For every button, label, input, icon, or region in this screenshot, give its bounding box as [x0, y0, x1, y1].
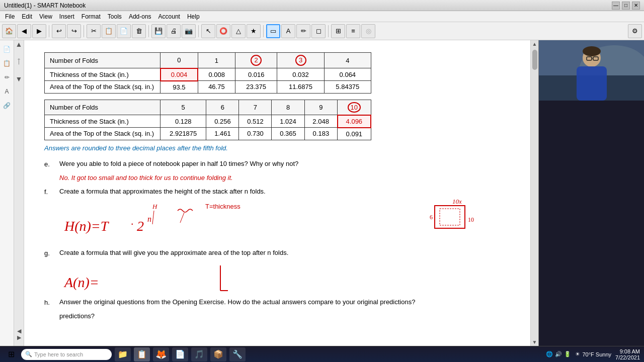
menu-file[interactable]: File	[2, 12, 18, 21]
question-e-text: Were you able to fold a piece of noteboo…	[59, 160, 510, 168]
eraser-tool[interactable]: ◻	[311, 24, 326, 38]
table1-area-0: 93.5	[160, 81, 198, 94]
question-f-label: f.	[44, 188, 59, 196]
table2-area-9: 0.183	[304, 128, 338, 140]
menu-help[interactable]: Help	[184, 12, 203, 21]
menu-tools[interactable]: Tools	[105, 12, 125, 21]
nav-next[interactable]: ▶	[17, 334, 21, 341]
copy-button[interactable]: 📋	[102, 24, 116, 38]
menu-view[interactable]: View	[36, 12, 55, 21]
windows-button[interactable]: ⊞	[4, 347, 18, 361]
panel-icon-3[interactable]: ✏	[2, 72, 12, 82]
table2-area-7: 0.730	[239, 128, 272, 140]
page-up-arrow[interactable]: ▲	[16, 40, 23, 48]
star-tool[interactable]: ★	[247, 24, 261, 38]
date-display: 7/22/2021	[615, 354, 640, 360]
panel-icon-2[interactable]: 📋	[2, 58, 12, 68]
scrollbar[interactable]: ▲ ▼	[530, 40, 538, 346]
table1-col-0: 0	[160, 53, 198, 68]
question-e: e. Were you able to fold a piece of note…	[44, 160, 510, 168]
paste-button[interactable]: 📄	[117, 24, 131, 38]
forward-button[interactable]: ▶	[32, 24, 46, 38]
back-button[interactable]: ◀	[17, 24, 31, 38]
panel-icon-4[interactable]: A	[2, 86, 12, 97]
nav-prev[interactable]: ◀	[17, 328, 21, 334]
taskbar-smart-notebook[interactable]: 📋	[134, 347, 150, 361]
svg-rect-5	[577, 66, 607, 101]
panel-icon-5[interactable]: 🔗	[2, 101, 12, 111]
table1-area-2: 23.375	[235, 81, 277, 94]
undo-button[interactable]: ↩	[52, 24, 66, 38]
shapes-tool[interactable]: △	[231, 24, 246, 38]
system-tray: 🌐 🔊 🔋	[546, 351, 571, 357]
line-tool[interactable]: ▭	[266, 24, 280, 38]
taskbar-music[interactable]: 🎵	[191, 347, 207, 361]
formula-a-text: A(n)=	[63, 275, 99, 290]
h-annotation: H	[152, 203, 157, 210]
window-controls[interactable]: — □ ✕	[612, 2, 640, 10]
delete-button[interactable]: 🗑	[132, 24, 146, 38]
taskbar-teams[interactable]: 📦	[210, 347, 226, 361]
pen-tool[interactable]: ✏	[296, 24, 310, 38]
cut-button[interactable]: ✂	[87, 24, 101, 38]
question-f: f. Create a formula that approximates th…	[44, 188, 510, 196]
network-icon: 🌐	[546, 351, 553, 357]
table2-col-5: 5	[160, 100, 206, 115]
menu-account[interactable]: Account	[155, 12, 183, 21]
scroll-thumb-area[interactable]	[532, 48, 537, 338]
screenshot-button[interactable]: 📷	[182, 24, 196, 38]
table1-header-label: Number of Folds	[45, 53, 160, 68]
spotlight-tool[interactable]: ◎	[361, 24, 375, 38]
scroll-down[interactable]: ▼	[531, 338, 538, 346]
menu-format[interactable]: Format	[78, 12, 104, 21]
panel-icon-1[interactable]: 📄	[2, 44, 12, 54]
weather-icon: ☀	[575, 351, 580, 357]
volume-icon: 🔊	[555, 351, 562, 357]
home-button[interactable]: 🏠	[2, 24, 16, 38]
table2-thickness-10: 4.096	[338, 115, 371, 128]
redo-button[interactable]: ↪	[67, 24, 81, 38]
scroll-up[interactable]: ▲	[531, 40, 538, 48]
box-label-top: 10x	[452, 198, 462, 205]
minimize-button[interactable]: —	[612, 2, 620, 10]
text-tool[interactable]: A	[281, 24, 295, 38]
close-button[interactable]: ✕	[632, 2, 640, 10]
taskbar-search[interactable]: 🔍 Type here to search	[21, 349, 112, 360]
taskbar-app-6[interactable]: 🔧	[229, 347, 246, 361]
question-g-label: g.	[44, 249, 59, 257]
print-button[interactable]: 🖨	[167, 24, 181, 38]
question-g: g. Create a formula that will give you t…	[44, 249, 510, 257]
align-tool[interactable]: ≡	[346, 24, 360, 38]
page-down-arrow[interactable]: ▼	[16, 75, 23, 83]
title-text: Untitled(1) - SMART Notebook	[4, 2, 86, 9]
box-outer	[435, 206, 465, 228]
table2-area-5: 2.921875	[160, 128, 206, 140]
right-panel-bottom	[539, 101, 644, 346]
toolbar-separator-6	[328, 25, 329, 37]
search-placeholder[interactable]: Type here to search	[34, 351, 83, 357]
circled-10: 10	[348, 102, 361, 113]
table-folds-1: Number of Folds 0 1 2 3 4 Thickness of t…	[44, 52, 371, 94]
grid-tool[interactable]: ⊞	[331, 24, 345, 38]
table1-col-4: 4	[324, 53, 371, 68]
taskbar-file-explorer[interactable]: 📁	[115, 347, 131, 361]
scroll-thumb-bar[interactable]	[532, 50, 537, 70]
save-button[interactable]: 💾	[151, 24, 166, 38]
table1-row2-label: Area of the Top of the Stack (sq. in.)	[45, 81, 160, 94]
maximize-button[interactable]: □	[622, 2, 630, 10]
toolbar-separator-3	[148, 25, 149, 37]
settings-button[interactable]: ⚙	[628, 24, 642, 38]
circle-tool[interactable]: ⭕	[216, 24, 230, 38]
taskbar-firefox[interactable]: 🦊	[153, 347, 169, 361]
taskbar-right: 🌐 🔊 🔋 ☀ 70°F Sunny 9:08 AM 7/22/2021	[546, 348, 640, 360]
answer-h-continuation: predictions?	[59, 312, 510, 320]
battery-icon: 🔋	[564, 351, 571, 357]
weather-display: ☀ 70°F Sunny	[575, 351, 611, 357]
menu-edit[interactable]: Edit	[19, 12, 35, 21]
taskbar-pdf[interactable]: 📄	[172, 347, 188, 361]
menu-insert[interactable]: Insert	[56, 12, 77, 21]
select-tool[interactable]: ↖	[201, 24, 215, 38]
menu-addons[interactable]: Add-ons	[126, 12, 154, 21]
table1-area-4: 5.84375	[324, 81, 371, 94]
table2-area-6: 1.461	[206, 128, 239, 140]
